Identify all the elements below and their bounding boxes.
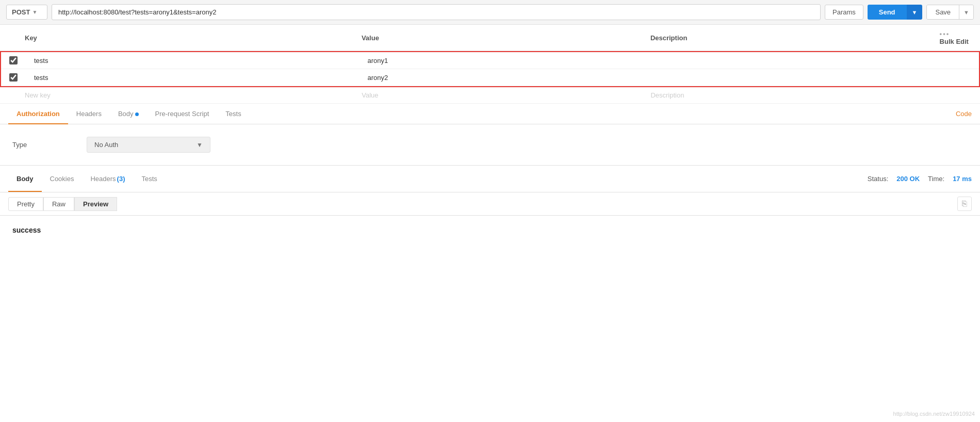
- tab-pre-request[interactable]: Pre-request Script: [147, 104, 218, 124]
- highlighted-params-table: tests arony1 tests arony2: [1, 52, 979, 86]
- table-row: tests arony1: [1, 52, 979, 69]
- send-button-group: Send ▼: [868, 5, 923, 20]
- method-chevron: ▼: [32, 9, 37, 15]
- response-tab-tests-label: Tests: [142, 175, 157, 183]
- tab-pre-request-label: Pre-request Script: [155, 110, 209, 118]
- auth-select-chevron: ▼: [197, 141, 203, 149]
- response-header: Body Cookies Headers(3) Tests Status: 20…: [0, 166, 980, 192]
- send-button[interactable]: Send: [868, 5, 907, 20]
- highlighted-rows-wrapper: tests arony1 tests arony2: [0, 51, 980, 87]
- format-preview-button[interactable]: Preview: [74, 197, 117, 211]
- tab-tests[interactable]: Tests: [217, 104, 249, 124]
- tab-authorization[interactable]: Authorization: [8, 104, 68, 124]
- auth-section: Type No Auth ▼: [0, 124, 980, 166]
- auth-type-label: Type: [12, 141, 74, 149]
- actions-col-header: ••• Bulk Edit: [932, 25, 980, 51]
- status-value: 200 OK: [896, 175, 920, 183]
- time-label: Time:: [928, 175, 944, 183]
- save-dropdown-button[interactable]: ▼: [959, 5, 973, 19]
- auth-row: Type No Auth ▼: [12, 137, 968, 153]
- new-param-row: New key Value Description: [0, 87, 980, 104]
- tab-authorization-label: Authorization: [17, 110, 60, 118]
- response-tab-headers[interactable]: Headers(3): [82, 171, 133, 187]
- new-value-cell[interactable]: Value: [353, 87, 642, 104]
- desc-col-header: Description: [642, 25, 932, 51]
- response-tab-body-label: Body: [17, 175, 34, 183]
- new-key-cell[interactable]: New key: [17, 87, 353, 104]
- response-body-toolbar: Pretty Raw Preview ⎘: [0, 192, 980, 216]
- row2-checkbox[interactable]: [9, 73, 18, 82]
- row2-key[interactable]: tests: [26, 69, 360, 86]
- time-value: 17 ms: [953, 175, 972, 183]
- copy-icon: ⎘: [962, 199, 967, 208]
- response-tab-cookies[interactable]: Cookies: [42, 171, 83, 187]
- save-button[interactable]: Save: [927, 5, 959, 19]
- format-raw-button[interactable]: Raw: [43, 197, 74, 211]
- value-col-header: Value: [353, 25, 642, 51]
- tab-headers-label: Headers: [76, 110, 102, 118]
- method-selector[interactable]: POST ▼: [6, 5, 47, 20]
- format-pretty-button[interactable]: Pretty: [8, 197, 43, 211]
- key-col-header: Key: [17, 25, 353, 51]
- response-tab-body[interactable]: Body: [8, 171, 42, 187]
- auth-type-select[interactable]: No Auth ▼: [87, 137, 210, 153]
- response-tab-cookies-label: Cookies: [50, 175, 74, 183]
- row1-desc[interactable]: [645, 52, 931, 69]
- request-tabs: Authorization Headers Body Pre-request S…: [0, 104, 980, 124]
- body-dot: [135, 112, 139, 116]
- code-link[interactable]: Code: [956, 110, 972, 118]
- method-label: POST: [12, 8, 30, 16]
- response-tab-headers-label: Headers: [90, 175, 116, 183]
- tab-tests-label: Tests: [225, 110, 241, 118]
- row1-checkbox[interactable]: [9, 56, 18, 64]
- response-body-text: success: [12, 226, 41, 234]
- row1-actions: [931, 52, 979, 69]
- new-desc-cell[interactable]: Description: [642, 87, 932, 104]
- bulk-edit-link[interactable]: Bulk Edit: [940, 38, 969, 45]
- params-button[interactable]: Params: [825, 5, 863, 20]
- params-table: Key Value Description ••• Bulk Edit: [0, 25, 980, 51]
- new-row-actions: [932, 87, 980, 104]
- params-table-header: Key Value Description ••• Bulk Edit: [0, 25, 980, 51]
- url-input[interactable]: [52, 4, 821, 20]
- copy-button[interactable]: ⎘: [957, 197, 972, 211]
- send-dropdown-button[interactable]: ▼: [907, 5, 923, 20]
- top-bar: POST ▼ Params Send ▼ Save ▼: [0, 0, 980, 25]
- table-row: tests arony2: [1, 69, 979, 86]
- response-tabs: Body Cookies Headers(3) Tests: [8, 171, 166, 187]
- row2-actions: [931, 69, 979, 86]
- status-info: Status: 200 OK Time: 17 ms: [868, 175, 972, 183]
- row1-key[interactable]: tests: [26, 52, 360, 69]
- dots-menu[interactable]: •••: [940, 30, 950, 38]
- response-tab-tests[interactable]: Tests: [134, 171, 166, 187]
- tab-body-label: Body: [118, 110, 134, 118]
- tab-headers[interactable]: Headers: [68, 104, 110, 124]
- auth-type-value: No Auth: [94, 141, 118, 149]
- response-content: success: [0, 216, 980, 245]
- row2-desc[interactable]: [645, 69, 931, 86]
- params-section: Key Value Description ••• Bulk Edit: [0, 25, 980, 104]
- status-label: Status:: [868, 175, 888, 183]
- row1-value[interactable]: arony1: [360, 52, 646, 69]
- new-param-table: New key Value Description: [0, 87, 980, 104]
- tab-body[interactable]: Body: [110, 104, 147, 124]
- checkbox-col-header: [0, 25, 17, 51]
- row2-value[interactable]: arony2: [360, 69, 646, 86]
- headers-badge: (3): [117, 175, 125, 183]
- save-button-group: Save ▼: [926, 5, 974, 20]
